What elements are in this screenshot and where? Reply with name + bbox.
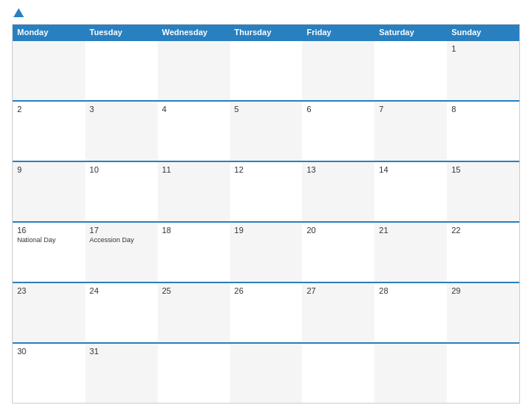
calendar-cell — [13, 41, 85, 100]
day-number: 17 — [90, 226, 153, 235]
calendar-cell: 25 — [158, 283, 230, 342]
calendar-cell: 26 — [230, 283, 303, 342]
calendar-cell: 9 — [13, 162, 85, 221]
calendar-cell — [158, 344, 230, 403]
calendar-cell: 10 — [85, 162, 158, 221]
calendar-cell: 24 — [85, 283, 158, 342]
day-number: 31 — [90, 347, 153, 356]
calendar-cell — [85, 41, 158, 100]
weekday-monday: Monday — [13, 25, 85, 40]
calendar-cell: 13 — [302, 162, 374, 221]
weekday-wednesday: Wednesday — [158, 25, 230, 40]
day-number: 6 — [306, 105, 370, 114]
day-number: 14 — [379, 165, 442, 174]
calendar-cell: 28 — [374, 283, 447, 342]
calendar-row: 3031 — [13, 342, 519, 403]
day-number: 28 — [379, 286, 442, 295]
day-number: 25 — [162, 286, 226, 295]
day-number: 20 — [306, 226, 370, 235]
day-number: 15 — [451, 165, 515, 174]
calendar-cell: 17Accession Day — [85, 223, 158, 282]
calendar-row: 9101112131415 — [13, 161, 519, 221]
day-number: 11 — [162, 165, 226, 174]
calendar-cell: 6 — [302, 102, 374, 161]
calendar-cell — [374, 41, 447, 100]
calendar-cell: 11 — [158, 162, 230, 221]
day-number: 13 — [306, 165, 370, 174]
day-number: 30 — [17, 347, 81, 356]
day-number: 9 — [17, 165, 81, 174]
calendar-cell — [230, 344, 303, 403]
calendar-cell: 8 — [447, 102, 519, 161]
day-number: 4 — [162, 105, 226, 114]
calendar-cell: 29 — [447, 283, 519, 342]
day-number: 16 — [17, 226, 81, 235]
day-number: 2 — [17, 105, 81, 114]
calendar-cell: 3 — [85, 102, 158, 161]
day-number: 21 — [379, 226, 442, 235]
weekday-friday: Friday — [302, 25, 374, 40]
weekday-sunday: Sunday — [447, 25, 519, 40]
calendar-cell — [374, 344, 447, 403]
day-number: 19 — [235, 226, 298, 235]
weekday-thursday: Thursday — [230, 25, 303, 40]
calendar-cell: 20 — [302, 223, 374, 282]
day-number: 18 — [162, 226, 226, 235]
calendar-cell: 21 — [374, 223, 447, 282]
calendar-cell: 18 — [158, 223, 230, 282]
day-number: 22 — [451, 226, 515, 235]
page: Monday Tuesday Wednesday Thursday Friday… — [0, 0, 532, 411]
day-number: 3 — [90, 105, 153, 114]
day-number: 10 — [90, 165, 153, 174]
calendar-row: 2345678 — [13, 100, 519, 161]
day-number: 24 — [90, 286, 153, 295]
calendar-cell: 5 — [230, 102, 303, 161]
calendar-row: 16National Day17Accession Day1819202122 — [13, 221, 519, 282]
calendar-cell: 12 — [230, 162, 303, 221]
calendar-cell: 16National Day — [13, 223, 85, 282]
calendar-cell: 27 — [302, 283, 374, 342]
day-number: 23 — [17, 286, 81, 295]
calendar-cell: 7 — [374, 102, 447, 161]
calendar-cell: 23 — [13, 283, 85, 342]
weekday-tuesday: Tuesday — [85, 25, 158, 40]
calendar-cell — [230, 41, 303, 100]
calendar: Monday Tuesday Wednesday Thursday Friday… — [12, 24, 520, 404]
day-event: Accession Day — [90, 236, 153, 244]
calendar-cell: 31 — [85, 344, 158, 403]
calendar-cell: 1 — [447, 41, 519, 100]
day-number: 7 — [379, 105, 442, 114]
calendar-body: 12345678910111213141516National Day17Acc… — [13, 40, 519, 403]
calendar-cell — [302, 41, 374, 100]
calendar-cell: 2 — [13, 102, 85, 161]
calendar-cell: 14 — [374, 162, 447, 221]
day-number: 5 — [235, 105, 298, 114]
weekday-saturday: Saturday — [374, 25, 447, 40]
calendar-header: Monday Tuesday Wednesday Thursday Friday… — [13, 25, 519, 40]
day-number: 12 — [235, 165, 298, 174]
calendar-cell — [158, 41, 230, 100]
calendar-cell: 15 — [447, 162, 519, 221]
day-event: National Day — [17, 236, 81, 244]
day-number: 27 — [306, 286, 370, 295]
day-number: 26 — [235, 286, 298, 295]
calendar-cell: 19 — [230, 223, 303, 282]
calendar-cell: 4 — [158, 102, 230, 161]
calendar-cell: 22 — [447, 223, 519, 282]
logo — [12, 9, 24, 18]
header — [12, 9, 520, 18]
day-number: 8 — [451, 105, 515, 114]
calendar-cell: 30 — [13, 344, 85, 403]
day-number: 29 — [451, 286, 515, 295]
day-number: 1 — [451, 44, 515, 53]
logo-triangle-icon — [13, 8, 24, 17]
calendar-cell — [302, 344, 374, 403]
calendar-row: 1 — [13, 40, 519, 100]
calendar-row: 23242526272829 — [13, 282, 519, 342]
calendar-cell — [447, 344, 519, 403]
